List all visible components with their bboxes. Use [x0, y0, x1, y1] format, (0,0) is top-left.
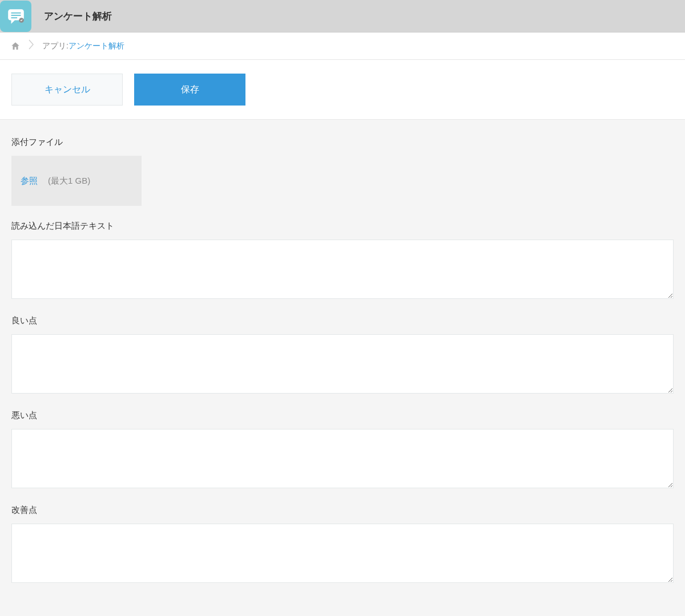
chevron-right-icon [29, 39, 34, 53]
good-points-label: 良い点 [11, 315, 674, 326]
app-header: アンケート解析 [0, 0, 685, 33]
loaded-text-label: 読み込んだ日本語テキスト [11, 221, 674, 232]
bad-points-label: 悪い点 [11, 410, 674, 421]
breadcrumb: アプリ: アンケート解析 [0, 33, 685, 60]
breadcrumb-app-link[interactable]: アンケート解析 [68, 41, 124, 51]
svg-marker-1 [11, 19, 15, 23]
good-points-input[interactable] [11, 334, 674, 394]
save-button[interactable]: 保存 [134, 74, 245, 106]
speech-bubble-icon [6, 6, 26, 26]
page-title: アンケート解析 [44, 10, 112, 23]
breadcrumb-app-label: アプリ: [42, 41, 68, 51]
app-icon-speech-bubble [0, 1, 31, 32]
field-loaded-text: 読み込んだ日本語テキスト [11, 221, 674, 301]
field-bad-points: 悪い点 [11, 410, 674, 490]
improvements-label: 改善点 [11, 505, 674, 516]
bad-points-input[interactable] [11, 429, 674, 488]
loaded-text-input[interactable] [11, 240, 674, 299]
attachment-label: 添付ファイル [11, 137, 674, 148]
home-icon[interactable] [10, 41, 21, 51]
action-bar: キャンセル 保存 [0, 60, 685, 120]
field-improvements: 改善点 [11, 505, 674, 585]
form-area: 添付ファイル 参照 (最大1 GB) 読み込んだ日本語テキスト 良い点 悪い点 … [0, 120, 685, 616]
cancel-button[interactable]: キャンセル [11, 74, 123, 106]
attachment-box: 参照 (最大1 GB) [11, 156, 142, 206]
field-good-points: 良い点 [11, 315, 674, 395]
attachment-hint: (最大1 GB) [48, 176, 90, 187]
field-attachment: 添付ファイル 参照 (最大1 GB) [11, 137, 674, 206]
browse-button[interactable]: 参照 [21, 176, 38, 187]
improvements-input[interactable] [11, 524, 674, 583]
